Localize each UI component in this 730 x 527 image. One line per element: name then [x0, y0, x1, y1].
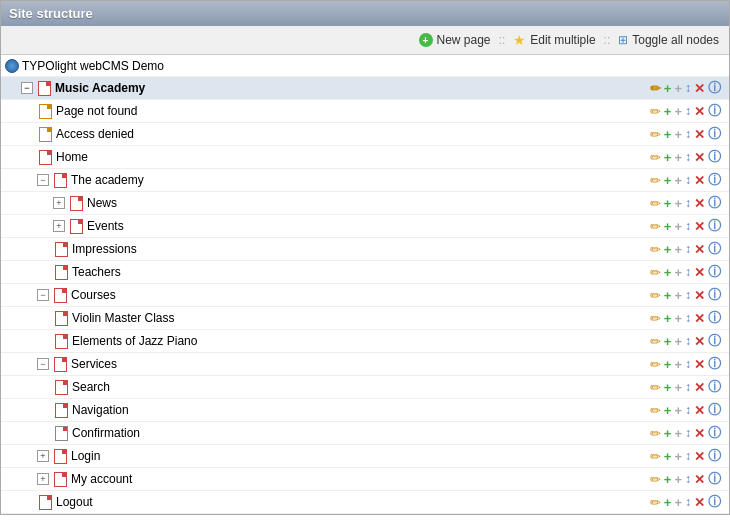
- move-icon[interactable]: ↕: [685, 495, 691, 509]
- move-icon[interactable]: ↕: [685, 288, 691, 302]
- add-icon[interactable]: +: [664, 426, 672, 441]
- toggle-box[interactable]: −: [37, 358, 49, 370]
- add-icon[interactable]: +: [664, 219, 672, 234]
- delete-icon[interactable]: ✕: [694, 472, 705, 487]
- add-gray-icon[interactable]: +: [674, 196, 682, 211]
- toggle-box[interactable]: −: [37, 289, 49, 301]
- delete-icon[interactable]: ✕: [694, 265, 705, 280]
- add-gray-icon[interactable]: +: [674, 173, 682, 188]
- info-icon[interactable]: ⓘ: [708, 286, 721, 304]
- add-gray-icon[interactable]: +: [674, 150, 682, 165]
- info-icon[interactable]: ⓘ: [708, 240, 721, 258]
- info-icon[interactable]: ⓘ: [708, 148, 721, 166]
- delete-icon[interactable]: ✕: [694, 403, 705, 418]
- toggle-box[interactable]: −: [21, 82, 33, 94]
- edit-icon[interactable]: ✏: [650, 242, 661, 257]
- add-icon[interactable]: +: [664, 242, 672, 257]
- edit-icon[interactable]: ✏: [650, 173, 661, 188]
- add-gray-icon[interactable]: +: [674, 449, 682, 464]
- delete-icon[interactable]: ✕: [694, 242, 705, 257]
- edit-icon[interactable]: ✏: [650, 380, 661, 395]
- move-icon[interactable]: ↕: [685, 449, 691, 463]
- info-icon[interactable]: ⓘ: [708, 493, 721, 511]
- add-gray-icon[interactable]: +: [674, 334, 682, 349]
- add-gray-icon[interactable]: +: [674, 288, 682, 303]
- add-icon[interactable]: +: [664, 449, 672, 464]
- add-gray-icon[interactable]: +: [674, 472, 682, 487]
- delete-icon[interactable]: ✕: [694, 219, 705, 234]
- delete-icon[interactable]: ✕: [694, 127, 705, 142]
- add-icon[interactable]: +: [664, 127, 672, 142]
- edit-icon[interactable]: ✏: [650, 104, 661, 119]
- edit-icon[interactable]: ✏: [650, 403, 661, 418]
- delete-icon[interactable]: ✕: [694, 426, 705, 441]
- toggle-box[interactable]: +: [53, 220, 65, 232]
- edit-icon[interactable]: ✏: [650, 219, 661, 234]
- edit-multiple-button[interactable]: Edit multiple: [530, 33, 595, 47]
- add-gray-icon[interactable]: +: [674, 495, 682, 510]
- delete-icon[interactable]: ✕: [694, 196, 705, 211]
- move-icon[interactable]: ↕: [685, 311, 691, 325]
- move-icon[interactable]: ↕: [685, 426, 691, 440]
- delete-icon[interactable]: ✕: [694, 495, 705, 510]
- add-gray-icon[interactable]: +: [674, 127, 682, 142]
- add-icon[interactable]: +: [664, 380, 672, 395]
- info-icon[interactable]: ⓘ: [708, 424, 721, 442]
- add-gray-icon[interactable]: +: [674, 403, 682, 418]
- toggle-box[interactable]: +: [37, 450, 49, 462]
- toggle-all-button[interactable]: Toggle all nodes: [632, 33, 719, 47]
- move-icon[interactable]: ↕: [685, 334, 691, 348]
- add-icon[interactable]: +: [664, 403, 672, 418]
- delete-icon[interactable]: ✕: [694, 288, 705, 303]
- add-gray-icon[interactable]: +: [674, 357, 682, 372]
- add-icon[interactable]: +: [664, 288, 672, 303]
- new-page-button[interactable]: New page: [437, 33, 491, 47]
- edit-icon[interactable]: ✏: [650, 472, 661, 487]
- delete-icon[interactable]: ✕: [694, 449, 705, 464]
- info-icon[interactable]: ⓘ: [708, 332, 721, 350]
- move-icon[interactable]: ↕: [685, 242, 691, 256]
- edit-icon[interactable]: ✏: [650, 127, 661, 142]
- delete-icon[interactable]: ✕: [694, 334, 705, 349]
- move-icon[interactable]: ↕: [685, 403, 691, 417]
- info-icon[interactable]: ⓘ: [708, 125, 721, 143]
- add-icon[interactable]: +: [664, 150, 672, 165]
- move-icon[interactable]: ↕: [685, 127, 691, 141]
- move-icon[interactable]: ↕: [685, 150, 691, 164]
- move-icon[interactable]: ↕: [685, 104, 691, 118]
- add-icon[interactable]: +: [664, 81, 672, 96]
- add-gray-icon[interactable]: +: [674, 426, 682, 441]
- delete-icon[interactable]: ✕: [694, 173, 705, 188]
- edit-icon[interactable]: ✏: [650, 426, 661, 441]
- add-gray-icon[interactable]: +: [674, 81, 682, 96]
- delete-icon[interactable]: ✕: [694, 81, 705, 96]
- edit-icon[interactable]: ✏: [650, 288, 661, 303]
- info-icon[interactable]: ⓘ: [708, 309, 721, 327]
- move-icon[interactable]: ↕: [685, 173, 691, 187]
- add-gray-icon[interactable]: +: [674, 242, 682, 257]
- edit-icon[interactable]: ✏: [650, 449, 661, 464]
- delete-icon[interactable]: ✕: [694, 104, 705, 119]
- edit-icon[interactable]: ✏: [650, 357, 661, 372]
- info-icon[interactable]: ⓘ: [708, 470, 721, 488]
- edit-icon[interactable]: ✏: [650, 495, 661, 510]
- info-icon[interactable]: ⓘ: [708, 171, 721, 189]
- info-icon[interactable]: ⓘ: [708, 263, 721, 281]
- edit-icon[interactable]: ✏: [650, 150, 661, 165]
- add-icon[interactable]: +: [664, 104, 672, 119]
- move-icon[interactable]: ↕: [685, 380, 691, 394]
- info-icon[interactable]: ⓘ: [708, 79, 721, 97]
- info-icon[interactable]: ⓘ: [708, 447, 721, 465]
- add-icon[interactable]: +: [664, 265, 672, 280]
- add-gray-icon[interactable]: +: [674, 219, 682, 234]
- move-icon[interactable]: ↕: [685, 472, 691, 486]
- info-icon[interactable]: ⓘ: [708, 355, 721, 373]
- delete-icon[interactable]: ✕: [694, 357, 705, 372]
- info-icon[interactable]: ⓘ: [708, 102, 721, 120]
- move-icon[interactable]: ↕: [685, 265, 691, 279]
- add-icon[interactable]: +: [664, 173, 672, 188]
- move-icon[interactable]: ↕: [685, 219, 691, 233]
- add-icon[interactable]: +: [664, 334, 672, 349]
- toggle-box[interactable]: +: [37, 473, 49, 485]
- add-gray-icon[interactable]: +: [674, 104, 682, 119]
